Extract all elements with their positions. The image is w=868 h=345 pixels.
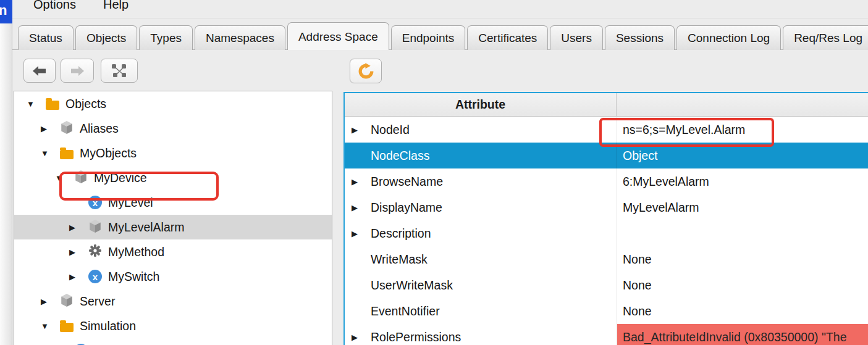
tree-item-label: Server bbox=[80, 294, 115, 309]
tab-label: Address Space bbox=[298, 30, 378, 44]
browse-forward-button[interactable] bbox=[61, 59, 94, 83]
value-cell: Object bbox=[617, 143, 868, 168]
forward-arrow-icon bbox=[70, 65, 85, 77]
value-column-header[interactable] bbox=[617, 93, 868, 116]
expander-open-icon[interactable]: ▼ bbox=[41, 322, 59, 331]
attribute-cell: UserWriteMask bbox=[345, 272, 617, 298]
tree-item-aliases[interactable]: ▶Aliases bbox=[14, 116, 332, 141]
expander-closed-icon[interactable]: ▶ bbox=[69, 223, 88, 232]
highlight-graph-icon bbox=[111, 64, 127, 78]
tree-icon-slot bbox=[59, 121, 74, 136]
value-cell bbox=[617, 220, 868, 246]
tab-status[interactable]: Status bbox=[18, 25, 74, 50]
tree-icon-slot bbox=[45, 96, 60, 111]
tree-icon-slot bbox=[59, 318, 74, 333]
tree-item-myobjects[interactable]: ▼MyObjects bbox=[14, 141, 332, 165]
tab-label: Status bbox=[29, 31, 62, 45]
attribute-name: NodeId bbox=[371, 123, 410, 137]
attribute-name: RolePermissions bbox=[371, 330, 461, 344]
expander-closed-icon[interactable]: ▶ bbox=[352, 229, 371, 238]
menu-item-options[interactable]: Options bbox=[33, 0, 76, 18]
attr-row-nodeid[interactable]: ▶NodeIdns=6;s=MyLevel.Alarm bbox=[345, 117, 868, 143]
expander-open-icon[interactable]: ▼ bbox=[55, 173, 74, 183]
tree-item-label: Simulation bbox=[80, 319, 136, 333]
tree-item-partial[interactable]: x bbox=[14, 338, 332, 345]
tree-item-label: Aliases bbox=[80, 122, 119, 136]
tree-item-mylevel[interactable]: xMyLevel bbox=[14, 190, 332, 215]
attr-row-displayname[interactable]: ▶DisplayNameMyLevelAlarm bbox=[345, 194, 868, 220]
tree-item-objects[interactable]: ▼Objects bbox=[14, 91, 332, 116]
tab-users[interactable]: Users bbox=[550, 25, 603, 50]
tree-icon-slot: x bbox=[88, 195, 103, 210]
expander-closed-icon[interactable]: ▶ bbox=[352, 203, 371, 212]
tab-namespaces[interactable]: Namespaces bbox=[195, 25, 285, 50]
value-cell: None bbox=[617, 298, 868, 324]
tree-icon-slot bbox=[88, 244, 103, 259]
tree-item-server[interactable]: ▶Server bbox=[14, 289, 332, 314]
tab-connection-log[interactable]: Connection Log bbox=[676, 25, 781, 50]
attribute-cell: ▶Description bbox=[345, 220, 617, 246]
variable-icon: x bbox=[88, 270, 102, 283]
expander-closed-icon[interactable]: ▶ bbox=[41, 124, 59, 133]
expander-closed-icon[interactable]: ▶ bbox=[352, 333, 371, 342]
tab-certificates[interactable]: Certificates bbox=[467, 25, 548, 50]
address-space-page: ▼Objects▶Aliases▼MyObjects▼MyDevicexMyLe… bbox=[12, 49, 868, 345]
background-window-strip: n bbox=[0, 0, 12, 345]
folder-icon bbox=[46, 101, 59, 110]
attr-row-eventnotifier[interactable]: EventNotifierNone bbox=[345, 298, 868, 324]
tree-item-mymethod[interactable]: ▶MyMethod bbox=[14, 239, 332, 264]
value-cell: Bad_AttributeIdInvalid (0x80350000) "The bbox=[617, 324, 868, 345]
value-cell: 6:MyLevelAlarm bbox=[617, 168, 868, 194]
attr-row-rolepermissions[interactable]: ▶RolePermissionsBad_AttributeIdInvalid (… bbox=[345, 324, 868, 345]
tab-bar: StatusObjectsTypesNamespacesAddress Spac… bbox=[12, 22, 868, 50]
attribute-name: EventNotifier bbox=[371, 304, 440, 318]
expander-closed-icon[interactable]: ▶ bbox=[41, 297, 59, 306]
attr-row-description[interactable]: ▶Description bbox=[345, 220, 868, 246]
expander-open-icon[interactable]: ▼ bbox=[27, 99, 45, 109]
tab-sessions[interactable]: Sessions bbox=[605, 25, 675, 50]
tree-icon-slot bbox=[88, 220, 103, 235]
tree-icon-slot: x bbox=[88, 269, 103, 284]
attribute-cell: ▶RolePermissions bbox=[345, 324, 617, 345]
tab-label: Req/Res Log bbox=[794, 31, 862, 45]
attribute-cell: ▶NodeId bbox=[345, 117, 617, 143]
attribute-column-header[interactable]: Attribute bbox=[345, 93, 617, 116]
attribute-cell: EventNotifier bbox=[345, 298, 617, 324]
tree-item-mydevice[interactable]: ▼MyDevice bbox=[14, 165, 332, 190]
attribute-cell: WriteMask bbox=[345, 246, 617, 272]
tree-item-simulation[interactable]: ▼Simulation bbox=[14, 314, 332, 338]
tab-address-space[interactable]: Address Space bbox=[287, 22, 389, 50]
attr-row-writemask[interactable]: WriteMaskNone bbox=[345, 246, 868, 272]
expander-closed-icon[interactable]: ▶ bbox=[352, 125, 371, 135]
refresh-attributes-button[interactable] bbox=[350, 59, 382, 83]
browse-back-button[interactable] bbox=[23, 59, 56, 83]
tree-item-label: MySwitch bbox=[108, 270, 159, 284]
attribute-name: NodeClass bbox=[371, 149, 429, 163]
attr-row-nodeclass[interactable]: NodeClassObject bbox=[345, 143, 868, 168]
tree-item-myswitch[interactable]: ▶xMySwitch bbox=[14, 264, 332, 289]
tree-item-mylevelalarm[interactable]: ▶MyLevelAlarm bbox=[14, 215, 332, 239]
tab-types[interactable]: Types bbox=[139, 25, 193, 50]
cube-icon bbox=[60, 293, 74, 310]
value-cell: MyLevelAlarm bbox=[617, 194, 868, 220]
attr-row-userwritemask[interactable]: UserWriteMaskNone bbox=[345, 272, 868, 298]
tab-label: Sessions bbox=[616, 31, 664, 45]
expander-closed-icon[interactable]: ▶ bbox=[352, 177, 371, 186]
expander-closed-icon[interactable]: ▶ bbox=[69, 272, 88, 281]
expander-open-icon[interactable]: ▼ bbox=[41, 149, 59, 158]
tab-req-res-log[interactable]: Req/Res Log bbox=[783, 25, 868, 50]
tree-item-label: Objects bbox=[65, 97, 106, 111]
attr-row-browsename[interactable]: ▶BrowseName6:MyLevelAlarm bbox=[345, 168, 868, 194]
value-cell: ns=6;s=MyLevel.Alarm bbox=[617, 117, 868, 143]
tab-objects[interactable]: Objects bbox=[75, 25, 137, 50]
address-space-tree: ▼Objects▶Aliases▼MyObjects▼MyDevicexMyLe… bbox=[14, 91, 332, 345]
refresh-icon bbox=[358, 63, 374, 80]
tab-label: Objects bbox=[86, 31, 126, 45]
expander-closed-icon[interactable]: ▶ bbox=[69, 247, 88, 257]
attribute-cell: ▶BrowseName bbox=[345, 168, 617, 194]
tab-endpoints[interactable]: Endpoints bbox=[391, 25, 466, 50]
highlight-node-button[interactable] bbox=[101, 59, 138, 83]
cube-icon bbox=[88, 219, 102, 236]
menu-item-help[interactable]: Help bbox=[103, 0, 129, 18]
tree-item-label: MyDevice bbox=[94, 171, 147, 185]
